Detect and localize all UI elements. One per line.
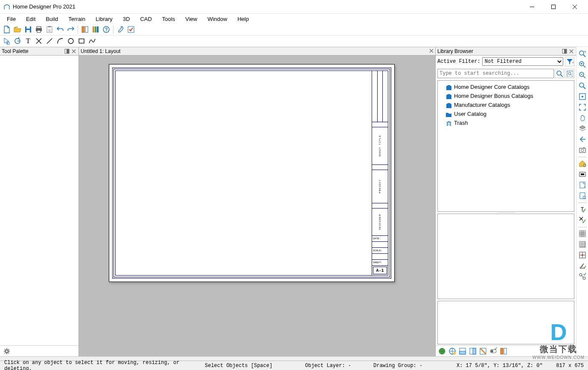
camera-button[interactable] bbox=[577, 145, 588, 155]
previous-view-button[interactable] bbox=[577, 134, 588, 144]
library-tree[interactable]: Home Designer Core Catalogs Home Designe… bbox=[437, 80, 574, 212]
menu-3d[interactable]: 3D bbox=[118, 15, 135, 23]
print-button[interactable] bbox=[34, 24, 44, 35]
print-preview-button[interactable] bbox=[577, 191, 588, 201]
library-dock-button[interactable] bbox=[562, 48, 568, 54]
circle-tool-button[interactable] bbox=[66, 36, 76, 46]
library-search-input[interactable] bbox=[437, 69, 554, 78]
layers-button[interactable] bbox=[577, 123, 588, 134]
library-close-button[interactable] bbox=[568, 48, 574, 54]
lib-panel-horiz-button[interactable] bbox=[458, 347, 467, 356]
select-tool-button[interactable] bbox=[2, 36, 12, 46]
menu-view[interactable]: View bbox=[180, 15, 202, 23]
grid-snap-button[interactable] bbox=[577, 250, 588, 260]
close-button[interactable] bbox=[565, 1, 585, 13]
menu-tools[interactable]: Tools bbox=[157, 15, 180, 23]
zoom-out-button[interactable] bbox=[577, 70, 588, 80]
lib-download-button[interactable] bbox=[448, 347, 457, 356]
undo-button[interactable] bbox=[55, 24, 65, 35]
menu-build[interactable]: Build bbox=[41, 15, 63, 23]
active-filter-select[interactable]: Not Filtered bbox=[482, 57, 563, 66]
grid-fine-button[interactable] bbox=[577, 239, 588, 250]
redo-button[interactable] bbox=[66, 24, 76, 35]
expand-icon bbox=[579, 103, 586, 111]
paste-special-button[interactable] bbox=[44, 24, 55, 35]
dimension-button[interactable] bbox=[577, 169, 588, 179]
menu-help[interactable]: Help bbox=[232, 15, 254, 23]
fill-building-button[interactable] bbox=[577, 102, 588, 112]
document-tab-label: Untitled 1: Layout bbox=[81, 48, 120, 54]
palette-close-button[interactable] bbox=[71, 48, 77, 54]
pan-button[interactable] bbox=[577, 113, 588, 123]
titleblock-sheet-number: A-1 bbox=[373, 267, 387, 274]
document-close-button[interactable] bbox=[429, 48, 434, 54]
help-button[interactable] bbox=[101, 24, 111, 35]
lines-icon bbox=[35, 37, 43, 45]
search-button[interactable] bbox=[555, 69, 564, 78]
tree-node-core-catalogs[interactable]: Home Designer Core Catalogs bbox=[439, 82, 573, 91]
arc-tool-button[interactable] bbox=[55, 36, 65, 46]
rectangle-tool-button[interactable] bbox=[76, 36, 87, 46]
menu-file[interactable]: File bbox=[2, 15, 21, 23]
page-check-icon bbox=[579, 181, 586, 189]
maximize-button[interactable] bbox=[544, 1, 563, 13]
object-snap-button[interactable] bbox=[577, 271, 588, 282]
search-scope-button[interactable] bbox=[565, 69, 574, 78]
panel-color-icon bbox=[479, 347, 487, 355]
save-button[interactable] bbox=[23, 24, 33, 35]
layout-sheet[interactable]: SHEET TITLE PROJECT DESIGNER DATE: SCALE… bbox=[109, 64, 395, 282]
text-check-icon bbox=[579, 206, 586, 213]
menu-cad[interactable]: CAD bbox=[135, 15, 157, 23]
menu-window[interactable]: Window bbox=[202, 15, 232, 23]
refresh-button[interactable] bbox=[12, 36, 23, 46]
zoom-window-button[interactable] bbox=[577, 49, 588, 59]
minimize-button[interactable] bbox=[522, 1, 542, 13]
cross-toggle-button[interactable] bbox=[577, 215, 588, 225]
tree-node-trash[interactable]: Trash bbox=[439, 118, 573, 127]
tree-node-bonus-catalogs[interactable]: Home Designer Bonus Catalogs bbox=[439, 91, 573, 100]
lib-panel-vert-button[interactable] bbox=[468, 347, 477, 356]
lib-plant-button[interactable] bbox=[437, 347, 447, 356]
close-icon bbox=[429, 49, 434, 53]
open-button[interactable] bbox=[12, 24, 23, 35]
fill-window-button[interactable] bbox=[577, 91, 588, 102]
undo-zoom-button[interactable] bbox=[577, 81, 588, 91]
palette-settings-button[interactable] bbox=[2, 346, 12, 356]
new-button[interactable] bbox=[2, 24, 12, 35]
zoom-in-button[interactable] bbox=[577, 59, 588, 70]
manage-filters-button[interactable] bbox=[565, 57, 574, 66]
titleblock-scale-label: SCALE: bbox=[372, 248, 388, 254]
cross-check-icon bbox=[579, 216, 586, 224]
line-tool-button[interactable] bbox=[44, 36, 55, 46]
project-browser-button[interactable] bbox=[80, 24, 90, 35]
preferences-button[interactable] bbox=[115, 24, 125, 35]
text-toggle-button[interactable] bbox=[577, 204, 588, 214]
menu-terrain[interactable]: Terrain bbox=[63, 15, 90, 23]
lib-panel-diag-button[interactable] bbox=[478, 347, 488, 356]
menu-library[interactable]: Library bbox=[90, 15, 118, 23]
lib-columns-button[interactable] bbox=[499, 347, 508, 356]
save-icon bbox=[24, 26, 32, 33]
lib-toggle-button[interactable] bbox=[489, 347, 498, 356]
fit-icon bbox=[579, 93, 586, 100]
close-icon bbox=[72, 49, 76, 53]
status-dims: 817 x 675 bbox=[553, 363, 586, 369]
angle-snap-button[interactable] bbox=[577, 261, 588, 271]
text-icon bbox=[24, 37, 32, 45]
plan-check-button[interactable] bbox=[126, 24, 136, 35]
panel-vert-icon bbox=[469, 347, 477, 355]
tree-node-user-catalog[interactable]: User Catalog bbox=[439, 109, 573, 118]
layout-canvas[interactable]: SHEET TITLE PROJECT DESIGNER DATE: SCALE… bbox=[79, 56, 435, 356]
paste-icon bbox=[46, 26, 53, 33]
grid-button[interactable] bbox=[577, 229, 588, 239]
menu-edit[interactable]: Edit bbox=[21, 15, 41, 23]
tree-node-manufacturer-catalogs[interactable]: Manufacturer Catalogs bbox=[439, 100, 573, 109]
text-tool-button[interactable] bbox=[23, 36, 33, 46]
resize-grip[interactable] bbox=[498, 213, 515, 214]
lines-tool-button[interactable] bbox=[34, 36, 44, 46]
library-browser-button[interactable] bbox=[90, 24, 101, 35]
spline-tool-button[interactable] bbox=[87, 36, 97, 46]
floor-view-button[interactable] bbox=[577, 159, 588, 169]
palette-dock-button[interactable] bbox=[64, 48, 70, 54]
reference-display-button[interactable] bbox=[577, 180, 588, 190]
